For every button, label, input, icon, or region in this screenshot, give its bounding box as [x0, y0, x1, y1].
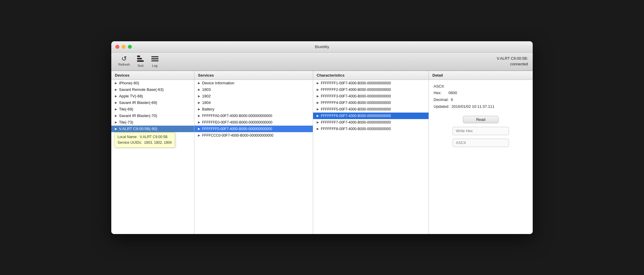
- device-item[interactable]: ▶ Apple TV(-68): [111, 93, 194, 99]
- tooltip-service-uuids-value: 1803, 1802, 1804: [144, 140, 172, 145]
- devices-column: Devices ▶ iPhone(-60) ▶ Savant Remote Ba…: [111, 71, 194, 234]
- service-item[interactable]: ▶ Battery: [194, 106, 313, 113]
- service-item-selected[interactable]: ▶ FFFFFFF0-00F7-4000-B000-000000000000: [194, 126, 313, 132]
- services-list: ▶ Device Information ▶ 1803 ▶ 1802 ▶ 180…: [194, 80, 313, 234]
- read-button[interactable]: Read: [463, 116, 499, 123]
- service-item[interactable]: ▶ FFFFCCC0-00F7-4000-B000-000000000000: [194, 132, 313, 139]
- decimal-value: 6: [451, 97, 453, 102]
- disclosure-arrow: ▶: [198, 127, 200, 130]
- disclosure-arrow: ▶: [317, 108, 319, 111]
- toolbar-buttons: ↺ Refresh Sort Log: [115, 54, 162, 69]
- decimal-label: Decimal:: [434, 97, 449, 102]
- device-item-selected[interactable]: ▶ V.ALRT C9:00:5B(-90) Local Name: V.ALR…: [111, 126, 194, 132]
- device-item[interactable]: ▶ Savant IR Blaster(-69): [111, 99, 194, 106]
- write-hex-input[interactable]: [453, 127, 509, 135]
- title-bar: Bluetility: [111, 41, 533, 53]
- disclosure-arrow: ▶: [317, 121, 319, 124]
- ascii-label: ASCII:: [434, 84, 445, 88]
- refresh-icon: ↺: [121, 56, 127, 62]
- device-tooltip: Local Name: V.ALRT C9:00:5B Service UUID…: [114, 132, 175, 148]
- services-column: Services ▶ Device Information ▶ 1803 ▶ 1…: [194, 71, 313, 234]
- connection-status: V.ALRT C9:00:5B:connected: [497, 56, 528, 67]
- sort-button[interactable]: Sort: [134, 54, 148, 69]
- devices-header: Devices: [111, 71, 194, 80]
- device-item[interactable]: ▶ Savant IR Blaster(-70): [111, 113, 194, 119]
- disclosure-arrow: ▶: [115, 94, 117, 98]
- disclosure-arrow: ▶: [198, 121, 200, 124]
- log-button[interactable]: Log: [148, 54, 162, 69]
- hex-line: Hex: 0600: [434, 90, 528, 96]
- ascii-line: ASCII:: [434, 83, 528, 90]
- device-item[interactable]: ▶ Tile(-73): [111, 119, 194, 126]
- sort-label: Sort: [137, 64, 143, 67]
- characteristic-item[interactable]: ▶ FFFFFFF5-00F7-4000-B000-000000000000: [313, 106, 429, 113]
- svg-rect-0: [137, 56, 140, 57]
- tooltip-local-name-value: V.ALRT C9:00:5B: [140, 135, 168, 139]
- disclosure-arrow: ▶: [115, 88, 117, 91]
- service-item[interactable]: ▶ 1802: [194, 93, 313, 99]
- service-item[interactable]: ▶ 1804: [194, 99, 313, 106]
- characteristic-item[interactable]: ▶ FFFFFFF7-00F7-4000-B000-000000000000: [313, 119, 429, 126]
- disclosure-arrow: ▶: [115, 101, 117, 104]
- characteristics-list: ▶ FFFFFFF1-00F7-4000-B000-000000000000 ▶…: [313, 80, 429, 234]
- device-item[interactable]: ▶ Savant Remote Base(-63): [111, 86, 194, 93]
- svg-rect-1: [137, 58, 142, 59]
- disclosure-arrow: ▶: [198, 94, 200, 98]
- device-item[interactable]: ▶ iPhone(-60): [111, 80, 194, 86]
- svg-rect-2: [137, 60, 144, 62]
- tooltip-service-uuids-label: Service UUIDs:: [118, 140, 142, 145]
- disclosure-arrow: ▶: [115, 81, 117, 85]
- window-title: Bluetility: [315, 45, 329, 49]
- minimize-button[interactable]: [122, 45, 126, 49]
- disclosure-arrow: ▶: [317, 81, 319, 85]
- main-content: Devices ▶ iPhone(-60) ▶ Savant Remote Ba…: [111, 71, 533, 234]
- disclosure-arrow: ▶: [115, 121, 117, 124]
- disclosure-arrow: ▶: [198, 101, 200, 104]
- close-button[interactable]: [115, 45, 119, 49]
- traffic-lights: [115, 45, 132, 49]
- service-item[interactable]: ▶ Device Information: [194, 80, 313, 86]
- disclosure-arrow: ▶: [317, 94, 319, 98]
- toolbar: ↺ Refresh Sort Log V.ALRT C9:00:5B:conne…: [111, 53, 533, 71]
- refresh-button[interactable]: ↺ Refresh: [115, 54, 134, 69]
- disclosure-arrow: ▶: [198, 114, 200, 117]
- characteristic-item[interactable]: ▶ FFFFFFF8-00F7-4000-B000-000000000000: [313, 126, 429, 132]
- characteristics-column: Characteristics ▶ FFFFFFF1-00F7-4000-B00…: [313, 71, 429, 234]
- disclosure-arrow: ▶: [317, 88, 319, 91]
- refresh-label: Refresh: [118, 63, 130, 66]
- updated-value: 2016/01/02 10:11:37.111: [451, 104, 494, 109]
- characteristic-item-selected[interactable]: ▶ FFFFFFF6-00F7-4000-B000-000000000000: [313, 113, 429, 119]
- log-label: Log: [152, 64, 157, 67]
- service-item[interactable]: ▶ 1803: [194, 86, 313, 93]
- detail-actions: Read: [434, 116, 528, 147]
- maximize-button[interactable]: [128, 45, 132, 49]
- tooltip-local-name-label: Local Name:: [118, 135, 137, 139]
- disclosure-arrow: ▶: [115, 108, 117, 111]
- devices-list: ▶ iPhone(-60) ▶ Savant Remote Base(-63) …: [111, 80, 194, 234]
- device-item[interactable]: ▶ Tile(-69): [111, 106, 194, 113]
- disclosure-arrow: ▶: [198, 81, 200, 85]
- svg-rect-3: [151, 56, 158, 57]
- disclosure-arrow: ▶: [317, 127, 319, 130]
- log-icon: [151, 56, 158, 63]
- disclosure-arrow: ▶: [317, 101, 319, 104]
- disclosure-arrow: ▶: [198, 134, 200, 137]
- characteristic-item[interactable]: ▶ FFFFFFF3-00F7-4000-B000-000000000000: [313, 93, 429, 99]
- hex-label: Hex:: [434, 91, 442, 95]
- service-item[interactable]: ▶ FFFFFFE0-00F7-4000-B000-000000000000: [194, 119, 313, 126]
- detail-header: Detail: [429, 71, 533, 80]
- characteristics-header: Characteristics: [313, 71, 429, 80]
- ascii-input[interactable]: [453, 139, 509, 147]
- main-window: Bluetility ↺ Refresh Sort Log V.ALRT C9:…: [111, 41, 533, 234]
- detail-pane: ASCII: Hex: 0600 Decimal: 6 Updated: 201…: [429, 80, 533, 151]
- status-text: V.ALRT C9:00:5B:connected: [497, 56, 528, 66]
- updated-label: Updated:: [434, 104, 449, 109]
- disclosure-arrow: ▶: [198, 88, 200, 91]
- svg-rect-4: [151, 58, 158, 59]
- service-item[interactable]: ▶ FFFFFFA0-00F7-4000-B000-000000000000: [194, 113, 313, 119]
- decimal-line: Decimal: 6: [434, 97, 528, 103]
- characteristic-item[interactable]: ▶ FFFFFFF1-00F7-4000-B000-000000000000: [313, 80, 429, 86]
- disclosure-arrow: ▶: [115, 114, 117, 117]
- characteristic-item[interactable]: ▶ FFFFFFF4-00F7-4000-B000-000000000000: [313, 99, 429, 106]
- characteristic-item[interactable]: ▶ FFFFFFF2-00F7-4000-B000-000000000000: [313, 86, 429, 93]
